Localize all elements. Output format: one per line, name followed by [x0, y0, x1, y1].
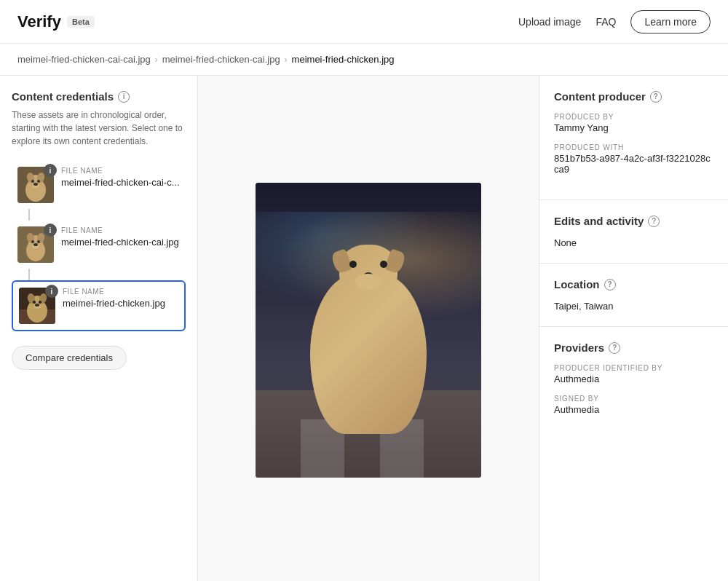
asset-thumb-wrapper-2: i	[17, 226, 54, 263]
asset-filename-2: meimei-fried-chicken-cai.jpg	[61, 237, 180, 248]
credentials-description: These assets are in chronological order,…	[12, 108, 186, 148]
asset-label-2: FILE NAME	[61, 226, 180, 234]
location-info-icon[interactable]: ?	[604, 279, 616, 290]
producer-id-value: Authmedia	[554, 374, 713, 384]
signed-by-label: SIGNED BY	[554, 395, 713, 403]
produced-by-value: Tammy Yang	[554, 122, 713, 133]
asset-item-2[interactable]: i FILE NAME meimei-fried-chicken-cai.jpg	[12, 221, 186, 269]
header-right: Upload image FAQ Learn more	[518, 10, 711, 33]
breadcrumb: meimei-fried-chicken-cai-cai.jpg › meime…	[0, 44, 728, 76]
svg-point-15	[37, 240, 40, 243]
location-section: Location ? Taipei, Taiwan	[539, 264, 728, 327]
location-label: Location	[554, 278, 600, 290]
beta-badge: Beta	[67, 16, 95, 28]
asset-filename-1: meimei-fried-chicken-cai-c...	[61, 177, 180, 188]
compare-credentials-button[interactable]: Compare credentials	[12, 346, 127, 370]
svg-point-5	[31, 180, 34, 183]
dog-body-fur	[310, 274, 427, 434]
content-producer-section: Content producer ? PRODUCED BY Tammy Yan…	[539, 76, 728, 200]
produced-with-value: 851b7b53-a987-4a2c-af3f-f3221028cca9	[554, 153, 713, 175]
svg-point-25	[39, 301, 41, 304]
dog-eye-right	[380, 261, 387, 268]
asset-thumb-wrapper-3: i	[19, 288, 55, 324]
header-left: Verify Beta	[17, 12, 95, 31]
signed-by-row: SIGNED BY Authmedia	[554, 395, 713, 415]
credentials-info-icon[interactable]: i	[118, 91, 130, 103]
edits-activity-section: Edits and activity ? None	[539, 200, 728, 264]
content-producer-info-icon[interactable]: ?	[650, 91, 662, 103]
credentials-title: Content credentials i	[12, 90, 186, 103]
left-sidebar: Content credentials i These assets are i…	[0, 76, 198, 581]
svg-point-8	[33, 183, 38, 186]
main-image	[256, 183, 481, 478]
asset-label-3: FILE NAME	[63, 288, 178, 296]
asset-item-1[interactable]: i FILE NAME meimei-fried-chicken-cai-c..…	[12, 161, 186, 209]
providers-title: Providers ?	[554, 341, 713, 354]
produced-by-row: PRODUCED BY Tammy Yang	[554, 113, 713, 133]
learn-more-button[interactable]: Learn more	[630, 10, 711, 33]
svg-point-14	[31, 240, 34, 243]
svg-point-24	[33, 301, 36, 304]
breadcrumb-item-1[interactable]: meimei-fried-chicken-cai-cai.jpg	[17, 54, 151, 65]
content-producer-title: Content producer ?	[554, 90, 713, 103]
breadcrumb-sep-2: ›	[285, 55, 288, 65]
asset-meta-3: FILE NAME meimei-fried-chicken.jpg	[63, 288, 178, 309]
credentials-title-text: Content credentials	[12, 90, 114, 103]
asset-item-3[interactable]: i FILE NAME meimei-fried-chicken.jpg	[12, 280, 186, 331]
asset-info-icon-1[interactable]: i	[44, 164, 57, 177]
breadcrumb-item-3: meimei-fried-chicken.jpg	[292, 54, 395, 65]
asset-connector-2	[28, 269, 30, 280]
asset-meta-2: FILE NAME meimei-fried-chicken-cai.jpg	[61, 226, 180, 248]
asset-meta-1: FILE NAME meimei-fried-chicken-cai-c...	[61, 167, 180, 188]
asset-info-icon-3[interactable]: i	[45, 285, 58, 298]
produced-by-label: PRODUCED BY	[554, 113, 713, 121]
logo: Verify	[17, 12, 61, 31]
producer-id-row: PRODUCER IDENTIFIED BY Authmedia	[554, 364, 713, 384]
dog-figure	[310, 274, 427, 434]
edits-activity-label: Edits and activity	[554, 215, 644, 227]
content-producer-label: Content producer	[554, 90, 646, 103]
produced-with-label: PRODUCED WITH	[554, 143, 713, 151]
right-panel: Content producer ? PRODUCED BY Tammy Yan…	[539, 76, 728, 581]
location-title: Location ?	[554, 278, 713, 290]
edits-activity-info-icon[interactable]: ?	[648, 216, 660, 227]
header: Verify Beta Upload image FAQ Learn more	[0, 0, 728, 44]
providers-section: Providers ? PRODUCER IDENTIFIED BY Authm…	[539, 327, 728, 440]
center-area	[198, 76, 539, 581]
providers-info-icon[interactable]: ?	[609, 342, 620, 354]
asset-filename-3: meimei-fried-chicken.jpg	[63, 298, 178, 309]
providers-label: Providers	[554, 341, 604, 354]
asset-label-1: FILE NAME	[61, 167, 180, 175]
signed-by-value: Authmedia	[554, 404, 713, 415]
main-layout: Content credentials i These assets are i…	[0, 76, 728, 581]
dog-head	[339, 245, 397, 296]
svg-point-6	[37, 180, 40, 183]
asset-connector-1	[28, 209, 30, 221]
edits-activity-title: Edits and activity ?	[554, 215, 713, 227]
breadcrumb-item-2[interactable]: meimei-fried-chicken-cai.jpg	[162, 54, 280, 65]
location-value: Taipei, Taiwan	[554, 301, 713, 312]
svg-point-17	[33, 243, 38, 246]
asset-info-icon-2[interactable]: i	[44, 224, 57, 237]
upload-image-button[interactable]: Upload image	[518, 16, 581, 28]
asset-list: i FILE NAME meimei-fried-chicken-cai-c..…	[12, 161, 186, 331]
produced-with-row: PRODUCED WITH 851b7b53-a987-4a2c-af3f-f3…	[554, 143, 713, 175]
faq-button[interactable]: FAQ	[596, 16, 616, 28]
asset-thumb-wrapper-1: i	[17, 167, 54, 203]
svg-point-27	[35, 304, 39, 307]
breadcrumb-sep-1: ›	[155, 55, 158, 65]
dog-snout	[355, 274, 381, 290]
dog-eye-left	[349, 261, 357, 268]
edits-activity-none: None	[554, 237, 713, 248]
producer-id-label: PRODUCER IDENTIFIED BY	[554, 364, 713, 372]
